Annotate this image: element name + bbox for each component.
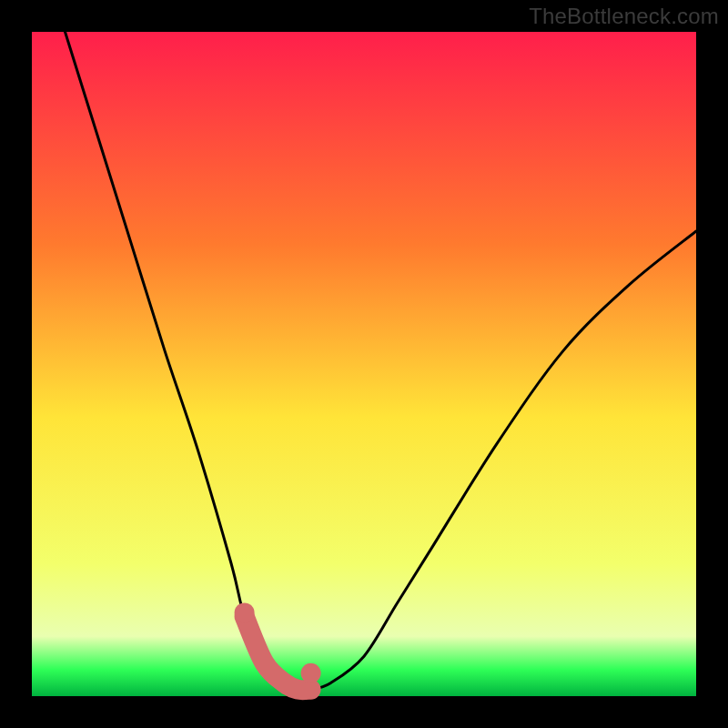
chart-frame: TheBottleneck.com [0,0,728,728]
highlight-endpoint-right [301,663,321,683]
bottleneck-chart [0,0,728,728]
watermark-text: TheBottleneck.com [529,4,719,29]
highlight-endpoint-left [235,602,255,622]
plot-background [32,32,696,696]
